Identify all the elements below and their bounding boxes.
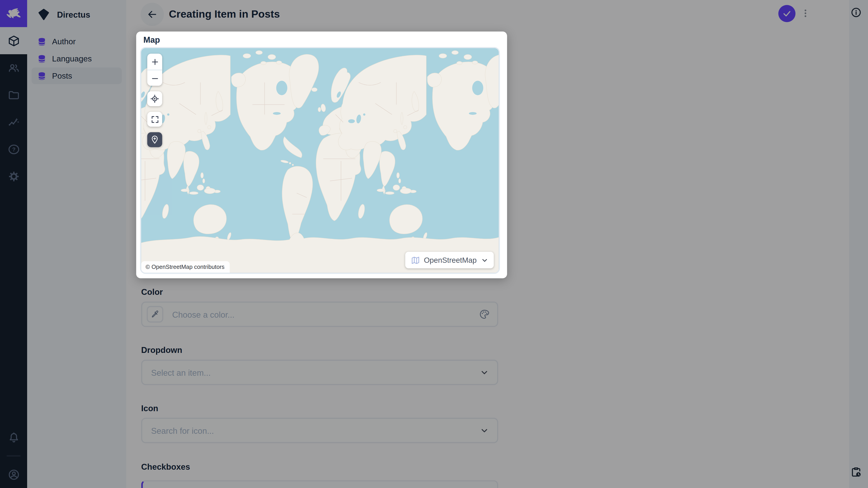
plus-icon (150, 57, 159, 66)
basemap-selector[interactable]: OpenStreetMap (405, 252, 494, 268)
map-field-label: Map (136, 34, 507, 46)
map-icon (410, 255, 420, 265)
zoom-out-button[interactable] (147, 70, 162, 86)
map-canvas[interactable]: © OpenStreetMap contributors OpenStreetM… (141, 48, 499, 273)
map-attribution: © OpenStreetMap contributors (141, 261, 229, 273)
chevron-down-icon (480, 256, 489, 264)
zoom-control (147, 54, 162, 86)
add-point-button[interactable] (147, 132, 162, 147)
world-map (141, 48, 499, 273)
map-field-card: Map (136, 32, 507, 278)
fullscreen-button[interactable] (147, 112, 162, 127)
minus-icon (150, 74, 159, 83)
add-location-icon (150, 135, 160, 144)
zoom-in-button[interactable] (147, 54, 162, 70)
locate-icon (150, 94, 160, 103)
directus-app: ? (0, 0, 868, 488)
basemap-label: OpenStreetMap (424, 256, 476, 264)
fullscreen-icon (150, 115, 159, 124)
geolocate-button[interactable] (147, 91, 162, 106)
